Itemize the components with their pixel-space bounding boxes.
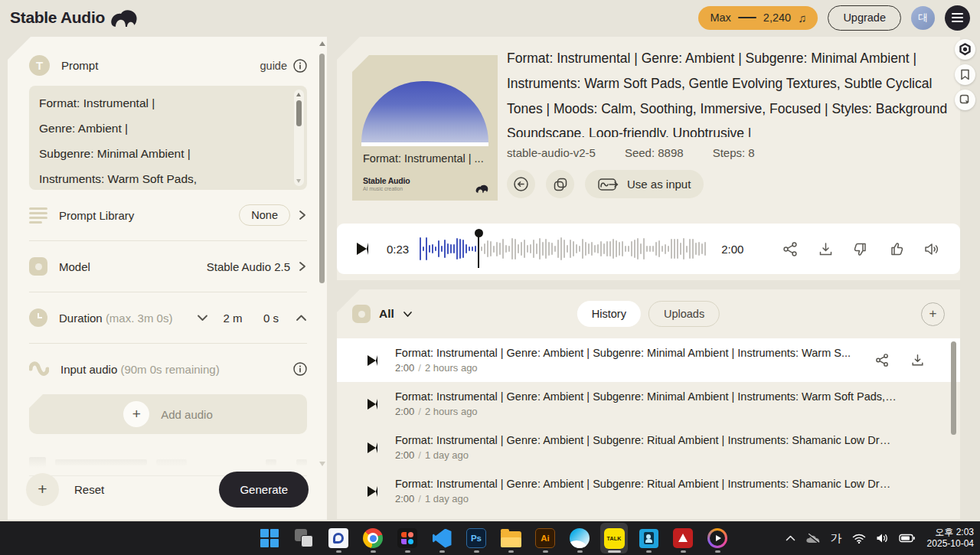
onedrive-icon[interactable] bbox=[805, 533, 821, 544]
total-time: 2:00 bbox=[721, 243, 743, 256]
scroll-down-icon[interactable] bbox=[296, 179, 301, 183]
track-title: Format: Instrumental | Genre: Ambient | … bbox=[395, 434, 897, 446]
app-scanner[interactable] bbox=[635, 523, 662, 553]
cloud-logo-icon bbox=[110, 9, 138, 27]
duration-increase-button[interactable] bbox=[296, 314, 307, 322]
chevron-right-icon bbox=[298, 210, 307, 220]
credits-badge[interactable]: Max 2,240 ♫ bbox=[698, 6, 818, 30]
generate-button[interactable]: Generate bbox=[219, 472, 309, 508]
task-view-button[interactable] bbox=[290, 523, 318, 553]
model-value: Stable Audio 2.5 bbox=[207, 260, 290, 273]
avatar[interactable]: 대 bbox=[911, 6, 935, 30]
app-acrobat[interactable] bbox=[669, 523, 697, 553]
app-kakaotalk[interactable]: TALK bbox=[600, 523, 628, 553]
thumbs-down-button[interactable] bbox=[853, 241, 869, 257]
ime-indicator[interactable]: 가 bbox=[831, 531, 842, 546]
guide-link[interactable]: guide bbox=[260, 60, 287, 72]
track-artwork: Format: Instrumental | ... Stable Audio … bbox=[352, 55, 498, 201]
select-share-button[interactable] bbox=[955, 90, 975, 110]
info-icon[interactable] bbox=[293, 59, 307, 73]
library-tabs: History Uploads bbox=[577, 301, 720, 327]
model-row[interactable]: Model Stable Audio 2.5 bbox=[29, 241, 307, 292]
download-button[interactable] bbox=[818, 241, 834, 257]
app-stable-diffusion[interactable] bbox=[325, 523, 352, 553]
app-logo[interactable]: Stable Audio bbox=[10, 8, 138, 27]
track-title: Format: Instrumental | Genre: Ambient | … bbox=[395, 390, 897, 403]
reset-plus-icon[interactable]: + bbox=[26, 473, 59, 506]
wifi-icon[interactable] bbox=[852, 534, 866, 544]
reuse-settings-button[interactable] bbox=[507, 170, 535, 198]
scroll-thumb[interactable] bbox=[296, 100, 302, 126]
track-row[interactable]: Format: Instrumental | Genre: Ambient | … bbox=[337, 338, 960, 382]
start-button[interactable] bbox=[256, 523, 283, 553]
bookmark-button[interactable] bbox=[955, 64, 975, 85]
floating-widgets bbox=[955, 39, 975, 110]
play-icon[interactable] bbox=[368, 486, 377, 497]
app-chrome[interactable] bbox=[359, 523, 387, 553]
clock[interactable]: 오후 2:03 2025-10-04 bbox=[927, 527, 974, 550]
chat-widget-button[interactable] bbox=[955, 39, 975, 60]
scroll-up-icon[interactable] bbox=[319, 41, 325, 46]
app-file-explorer[interactable] bbox=[497, 523, 524, 553]
scroll-up-icon[interactable] bbox=[296, 93, 301, 96]
track-row[interactable]: Format: Instrumental | Genre: Ambient | … bbox=[337, 426, 960, 469]
app-figma[interactable] bbox=[394, 523, 421, 553]
play-icon[interactable] bbox=[368, 355, 377, 366]
app-media-player[interactable] bbox=[704, 523, 731, 553]
prompt-section-header: T Prompt guide bbox=[29, 55, 307, 76]
track-age: 2 hours ago bbox=[425, 406, 478, 417]
prompt-textarea[interactable]: Format: Instrumental | Genre: Ambient | … bbox=[29, 86, 307, 190]
hamburger-menu-button[interactable] bbox=[945, 5, 970, 31]
play-icon[interactable] bbox=[368, 399, 377, 410]
library-scrollbar-thumb[interactable] bbox=[951, 341, 956, 435]
tray-expand-icon[interactable] bbox=[786, 535, 795, 541]
app-whale-browser[interactable] bbox=[566, 523, 593, 553]
share-button[interactable] bbox=[782, 241, 799, 257]
sidebar-scrollbar[interactable] bbox=[318, 41, 325, 515]
battery-icon[interactable] bbox=[899, 534, 915, 543]
app-vscode[interactable] bbox=[428, 523, 456, 553]
play-icon[interactable] bbox=[368, 442, 377, 453]
duration-seconds[interactable]: 0 s bbox=[257, 312, 285, 325]
track-row[interactable]: Format: Instrumental | Genre: Ambient | … bbox=[337, 382, 960, 426]
info-icon[interactable] bbox=[293, 362, 307, 376]
artwork-caption: Format: Instrumental | ... bbox=[363, 152, 484, 165]
use-as-input-button[interactable]: Use as input bbox=[585, 170, 704, 198]
playhead[interactable] bbox=[478, 230, 479, 268]
app-photoshop[interactable]: Ps bbox=[462, 523, 490, 553]
scroll-thumb[interactable] bbox=[319, 54, 325, 283]
reset-label[interactable]: Reset bbox=[74, 483, 104, 496]
now-playing-card: Format: Instrumental | ... Stable Audio … bbox=[337, 37, 960, 280]
audio-player: 0:23 2:00 bbox=[337, 224, 960, 274]
duration-decrease-button[interactable] bbox=[197, 314, 208, 322]
input-audio-icon bbox=[29, 361, 49, 377]
track-duration: 2:00 bbox=[395, 362, 414, 374]
download-button[interactable] bbox=[910, 353, 925, 367]
copy-button[interactable] bbox=[546, 170, 574, 198]
scroll-down-icon[interactable] bbox=[319, 462, 325, 466]
filter-dropdown[interactable]: All bbox=[352, 305, 413, 323]
model-icon bbox=[29, 257, 47, 276]
stable-audio-app: Stable Audio Max 2,240 ♫ Upgrade 대 T Pro… bbox=[0, 0, 980, 555]
steps-value: Steps: 8 bbox=[713, 146, 755, 159]
upgrade-button[interactable]: Upgrade bbox=[828, 5, 901, 31]
prompt-library-row[interactable]: Prompt Library None bbox=[29, 190, 307, 240]
prompt-line: Subgenre: Minimal Ambient | bbox=[39, 141, 286, 166]
play-button[interactable] bbox=[357, 243, 368, 255]
app-illustrator[interactable]: Ai bbox=[531, 523, 559, 553]
prompt-scrollbar[interactable] bbox=[294, 90, 304, 186]
new-generation-button[interactable]: + bbox=[921, 302, 945, 326]
waveform-seekbar[interactable] bbox=[420, 227, 710, 271]
duration-minutes[interactable]: 2 m bbox=[219, 312, 247, 325]
player-icons bbox=[782, 241, 940, 257]
volume-button[interactable] bbox=[923, 241, 940, 257]
thumbs-up-button[interactable] bbox=[888, 241, 904, 257]
tab-history[interactable]: History bbox=[577, 301, 641, 327]
tab-uploads[interactable]: Uploads bbox=[648, 301, 720, 327]
library-header: All History Uploads + bbox=[337, 289, 960, 338]
volume-icon[interactable] bbox=[876, 533, 889, 544]
track-row[interactable]: Format: Instrumental | Genre: Ambient | … bbox=[337, 469, 960, 513]
share-button[interactable] bbox=[875, 353, 890, 367]
add-audio-button[interactable]: + Add audio bbox=[29, 394, 307, 434]
prompt-library-value[interactable]: None bbox=[239, 204, 290, 226]
